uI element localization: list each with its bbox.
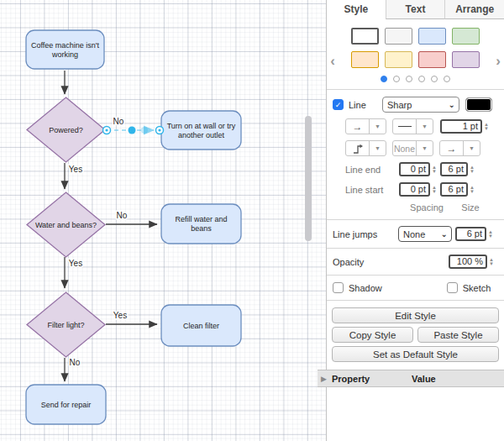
flowchart-edge-powered-water[interactable]: Yes [65,163,82,189]
style-swatch-6[interactable] [385,51,412,68]
set-default-style-button[interactable]: Set as Default Style [332,346,499,362]
flowchart-node-water-beans[interactable]: Water and beans? [27,192,105,257]
canvas-vertical-scrollbar[interactable] [305,116,312,241]
line-start-size-spinner: 6 pt ▲ ▼ [440,182,475,197]
line-jumps-size-spinner: 6 pt ▲ ▼ [455,227,493,241]
connection-style-group: → ▼ [345,118,386,134]
tab-arrange[interactable]: Arrange [444,0,504,19]
flowchart-edge-water-filter[interactable]: Yes [65,257,82,288]
waypoints-group: ▼ [345,140,386,156]
stepper-down-icon: ▼ [484,127,489,131]
line-checkbox[interactable]: ✓ [333,99,344,110]
line-end-spacing-stepper[interactable]: ▲ ▼ [432,165,437,174]
line-dash-dropdown[interactable]: ▼ [416,119,433,134]
opacity-row: Opacity 100 % ▲ ▼ [327,249,504,276]
spacing-label: Spacing [405,202,449,213]
sketch-checkbox[interactable] [447,282,458,293]
arrow-end-button[interactable]: → [440,141,463,155]
line-end-size-stepper[interactable]: ▲ ▼ [470,165,475,174]
select-chevron-icon: ⌄ [449,102,455,108]
waypoints-icon [351,142,364,155]
style-presets-section: ‹ › [327,19,504,90]
arrow-end-dropdown[interactable]: ▼ [463,141,480,155]
line-width-input[interactable]: 1 pt [440,119,482,134]
tab-text[interactable]: Text [386,0,445,19]
stepper-down-icon: ▼ [470,190,475,194]
edge-source-handle-dot [105,129,108,131]
line-jumps-label: Line jumps [333,229,386,239]
opacity-input[interactable]: 100 % [449,255,487,269]
line-color-button[interactable] [465,97,492,112]
style-swatch-1[interactable] [351,28,379,45]
property-column-label: Property [332,374,412,384]
line-end-spacing-input[interactable]: 0 pt [399,162,430,176]
connection-style-button[interactable]: → [346,119,369,134]
style-swatch-2[interactable] [385,28,412,45]
line-jumps-value: None [403,229,425,239]
opacity-stepper[interactable]: ▲ ▼ [489,258,494,266]
line-jumps-size-stepper[interactable]: ▲ ▼ [488,230,493,239]
line-style-select[interactable]: Sharp ⌄ [382,97,459,113]
waypoints-dropdown[interactable]: ▼ [369,141,386,155]
swatch-page-dot-4[interactable] [418,76,425,82]
line-dash-button[interactable] [393,119,416,134]
flowchart-edge-water-refill[interactable]: No [106,211,157,224]
flowchart-edge-filter-clean[interactable]: Yes [106,311,157,324]
line-jumps-row: Line jumps None ⌄ 6 pt ▲ ▼ [327,220,504,249]
line-end-size-input[interactable]: 6 pt [440,162,468,176]
flowchart-node-powered[interactable]: Powered? [27,97,105,162]
connector-none-button[interactable]: None [393,141,416,155]
copy-style-button[interactable]: Copy Style [332,327,413,343]
swatch-page-dot-2[interactable] [393,76,400,82]
style-swatch-3[interactable] [418,28,446,45]
flowchart-node-clean-filter[interactable]: Clean filter [161,305,241,346]
dropdown-arrow-icon: ▼ [469,145,475,151]
paste-style-button[interactable]: Paste Style [417,327,499,343]
swatch-page-dot-6[interactable] [444,76,450,82]
sketch-label: Sketch [463,283,491,293]
swatch-page-dot-3[interactable] [406,76,412,82]
connection-style-dropdown[interactable]: ▼ [369,119,386,134]
swatch-page-dot-5[interactable] [431,76,438,82]
flowchart: Coffee machine isn'tworkingPowered?Turn … [0,0,326,441]
line-start-spacing-input[interactable]: 0 pt [399,182,430,197]
line-end-spacing-spinner: 0 pt ▲ ▼ [399,162,437,176]
line-start-size-input[interactable]: 6 pt [440,182,468,197]
edit-style-button[interactable]: Edit Style [332,307,499,323]
line-start-spacing-stepper[interactable]: ▲ ▼ [432,186,437,194]
waypoints-button[interactable] [346,141,369,155]
dropdown-arrow-icon: ▼ [422,145,428,151]
swatch-prev-icon[interactable]: ‹ [328,56,338,66]
line-start-size-stepper[interactable]: ▲ ▼ [470,186,475,194]
style-swatch-8[interactable] [452,51,480,68]
opacity-label: Opacity [333,257,364,267]
opacity-spinner: 100 % ▲ ▼ [449,255,494,269]
line-jumps-size-input[interactable]: 6 pt [455,227,486,241]
shadow-checkbox[interactable] [333,282,344,293]
flowchart-node-send-repair[interactable]: Send for repair [26,385,106,424]
line-jumps-select[interactable]: None ⌄ [398,226,452,242]
style-swatch-5[interactable] [351,51,379,68]
connector-none-dropdown[interactable]: ▼ [416,141,433,155]
swatch-grid [351,28,480,68]
flowchart-node-refill[interactable]: Refill water andbeans [161,204,241,244]
style-swatch-4[interactable] [452,28,480,45]
disclosure-icon[interactable]: ▶ [321,375,332,383]
tab-style[interactable]: Style [327,0,386,19]
line-width-stepper[interactable]: ▲ ▼ [484,123,489,131]
flowchart-edge-filter-repair[interactable]: No [65,358,81,381]
flowchart-edge-powered-turnon[interactable]: No [103,117,164,134]
flowchart-node-filter-light[interactable]: Filter light? [27,292,105,357]
edge-virtual-handle[interactable] [141,127,148,134]
diagram-canvas[interactable]: Coffee machine isn'tworkingPowered?Turn … [0,0,326,441]
style-swatch-7[interactable] [418,51,446,68]
edge-midpoint-handle[interactable] [129,127,136,134]
line-start-label: Line start [345,185,399,195]
flowchart-node-start[interactable]: Coffee machine isn'tworking [26,30,104,69]
swatch-next-icon[interactable]: › [493,56,503,66]
flowchart-node-turn-on[interactable]: Turn on at wall or tryanother outlet [161,111,241,150]
waypoints-value: None [394,144,415,154]
swatch-page-dot-1[interactable] [381,76,387,82]
swatch-pagination [327,76,504,82]
line-start-spacing-spinner: 0 pt ▲ ▼ [399,182,437,197]
